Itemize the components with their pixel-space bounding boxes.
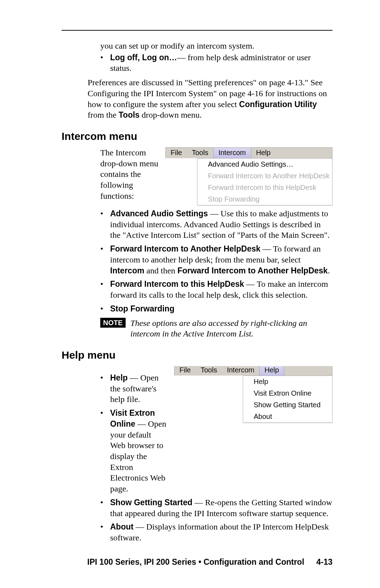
footer: IPI 100 Series, IPI 200 Series • Configu…	[87, 557, 332, 567]
bullet-icon: •	[100, 208, 110, 241]
logoff-bullet: Log off, Log on…— from help desk adminis…	[110, 52, 332, 74]
menu-intercom[interactable]: Intercom	[213, 148, 251, 158]
dd-help[interactable]: Help	[243, 376, 332, 388]
bullet-icon: •	[100, 279, 110, 300]
bullet-icon: •	[100, 408, 110, 494]
menu-intercom[interactable]: Intercom	[222, 366, 259, 376]
menu-help[interactable]: Help	[251, 148, 276, 158]
help-dropdown: Help Visit Extron Online Show Getting St…	[243, 376, 332, 423]
menubar: File Tools Intercom Help	[165, 147, 332, 158]
bullet-icon: •	[100, 497, 110, 519]
bullet-icon: •	[100, 52, 110, 74]
menu-file[interactable]: File	[175, 366, 196, 376]
dd-forward-another[interactable]: Forward Intercom to Another HelpDesk	[197, 170, 332, 182]
dd-stop-forwarding[interactable]: Stop Forwarding	[197, 193, 332, 205]
prefs-paragraph: Preferences are discussed in "Setting pr…	[88, 77, 332, 120]
bullet-icon: •	[100, 521, 110, 543]
dd-forward-this[interactable]: Forward Intercom to this HelpDesk	[197, 182, 332, 193]
dd-getting-started[interactable]: Show Getting Started	[243, 399, 332, 411]
bullet-icon: •	[100, 303, 110, 314]
menu-help[interactable]: Help	[259, 366, 284, 376]
help-bullet: Help — Open the software's help file.	[110, 372, 167, 405]
menu-file[interactable]: File	[166, 148, 187, 158]
menubar: File Tools Intercom Help	[174, 366, 332, 376]
bullet-icon: •	[100, 372, 110, 405]
forward-another-bullet: Forward Intercom to Another HelpDesk — T…	[110, 243, 332, 276]
note-badge: NOTE	[100, 318, 126, 328]
forward-this-bullet: Forward Intercom to this HelpDesk — To m…	[110, 279, 332, 300]
page-number: 4-13	[316, 557, 332, 567]
top-rule	[62, 30, 332, 31]
page: you can set up or modify an intercom sys…	[0, 0, 380, 588]
logoff-label: Log off, Log on…	[110, 53, 177, 62]
intercom-dropdown: Advanced Audio Settings… Forward Interco…	[197, 158, 332, 205]
intro-line: you can set up or modify an intercom sys…	[100, 41, 332, 51]
intercom-menu-screenshot: File Tools Intercom Help Advanced Audio …	[165, 147, 332, 205]
stop-forwarding-bullet: Stop Forwarding	[110, 303, 332, 314]
help-menu-screenshot: File Tools Intercom Help Help Visit Extr…	[174, 366, 332, 423]
advanced-audio-bullet: Advanced Audio Settings — Use this to ma…	[110, 208, 332, 241]
help-heading: Help menu	[62, 349, 332, 361]
dd-advanced-audio[interactable]: Advanced Audio Settings…	[197, 159, 332, 170]
note-text: These options are also accessed by right…	[131, 318, 332, 339]
footer-text: IPI 100 Series, IPI 200 Series • Configu…	[87, 557, 304, 567]
intercom-heading: Intercom menu	[62, 130, 332, 142]
menu-tools[interactable]: Tools	[196, 366, 222, 376]
menu-tools[interactable]: Tools	[187, 148, 213, 158]
bullet-icon: •	[100, 243, 110, 276]
show-getting-started-bullet: Show Getting Started — Re-opens the Gett…	[110, 497, 332, 519]
about-bullet: About — Displays information about the I…	[110, 521, 332, 543]
dd-visit-extron[interactable]: Visit Extron Online	[243, 388, 332, 399]
dd-about[interactable]: About	[243, 411, 332, 422]
visit-extron-bullet: Visit Extron Online — Open your default …	[110, 408, 167, 494]
